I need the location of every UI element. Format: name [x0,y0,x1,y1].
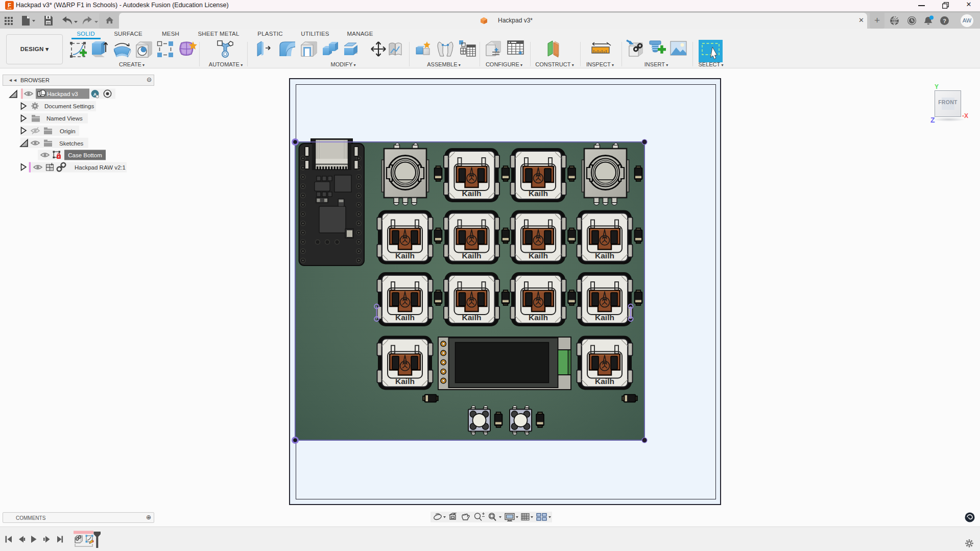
svg-text:Hackpad v3: Hackpad v3 [47,91,78,97]
svg-text:Origin: Origin [60,128,76,134]
svg-text:Document Settings: Document Settings [44,103,94,109]
svg-text:Named Views: Named Views [46,115,83,122]
svg-text:?: ? [943,18,946,24]
svg-text:Case Bottom: Case Bottom [68,152,102,158]
svg-text:Sketches: Sketches [59,140,84,147]
svg-text:Hackpad RAW v2:1: Hackpad RAW v2:1 [75,164,126,171]
